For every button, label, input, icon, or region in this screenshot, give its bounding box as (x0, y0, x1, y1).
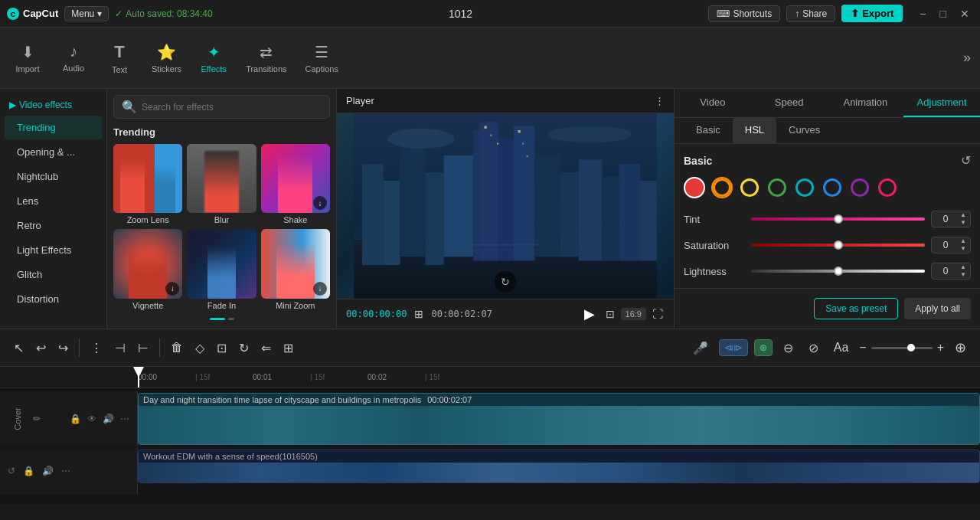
adj-tab-basic[interactable]: Basic (684, 118, 733, 143)
saturation-up-button[interactable]: ▲ (959, 237, 967, 245)
effect-shake[interactable]: ↓ Shake (261, 144, 330, 224)
fullscreen-preview-button[interactable]: ⊡ (604, 306, 616, 322)
split-button[interactable]: ⋮ (86, 336, 107, 360)
split-audio-button[interactable]: ⊖ (779, 336, 798, 360)
minimize-button[interactable]: − (915, 6, 930, 21)
tab-adjustment[interactable]: Adjustment (903, 89, 980, 117)
reset-basic-button[interactable]: ↺ (961, 153, 971, 168)
timeline-cursor[interactable] (138, 367, 139, 388)
tab-speed[interactable]: Speed (751, 89, 828, 117)
nav-item-light[interactable]: Light Effects (5, 238, 102, 262)
color-magenta[interactable] (877, 177, 898, 198)
lightness-value-input[interactable] (932, 266, 959, 276)
color-orange[interactable] (711, 177, 733, 198)
effect-mini-zoom[interactable]: ↓ Mini Zoom (261, 229, 330, 309)
play-button[interactable]: ▶ (580, 304, 599, 324)
fullscreen-button[interactable]: ⛶ (651, 306, 665, 322)
nav-item-nightclub[interactable]: Nightclub (5, 165, 102, 188)
tool-transitions[interactable]: ⇄ Transitions (238, 38, 294, 78)
audio-track-more-button[interactable]: ⋯ (60, 464, 72, 478)
rotate-video-button[interactable]: ↻ (495, 271, 516, 293)
link-clips-button[interactable]: ⧏⧐ (719, 339, 748, 356)
color-cyan[interactable] (794, 177, 815, 198)
color-green[interactable] (766, 177, 788, 198)
pagination-dot-1[interactable] (210, 318, 225, 320)
nav-item-distortion[interactable]: Distortion (5, 287, 102, 311)
track-lock-button[interactable]: 🔒 (68, 412, 83, 426)
timeline-grid-button[interactable]: ⊞ (413, 306, 425, 322)
rotate-button[interactable]: ↻ (234, 336, 253, 360)
video-track-content[interactable]: Day and night transition time lapse of c… (138, 391, 980, 446)
mic-button[interactable]: 🎤 (688, 336, 713, 360)
color-blue[interactable] (822, 177, 843, 198)
audio-track-loop-button[interactable]: ↺ (6, 464, 17, 478)
audio-track-volume-button[interactable]: 🔊 (41, 464, 55, 478)
color-red[interactable] (684, 177, 705, 198)
tool-import[interactable]: ⬇ Import (6, 38, 49, 78)
tool-effects[interactable]: ✦ Effects (192, 38, 235, 78)
adj-tab-hsl[interactable]: HSL (733, 118, 776, 143)
maximize-button[interactable]: □ (936, 6, 951, 21)
tint-thumb[interactable] (834, 214, 843, 224)
adj-tab-curves[interactable]: Curves (776, 118, 832, 143)
audio-track-lock-button[interactable]: 🔒 (21, 464, 36, 478)
search-bar[interactable]: 🔍 (113, 95, 330, 119)
share-button[interactable]: ↑ Share (786, 5, 835, 22)
export-button[interactable]: ⬆ Export (841, 5, 903, 22)
color-purple[interactable] (849, 177, 871, 198)
tab-video[interactable]: Video (675, 89, 751, 117)
saturation-value-input[interactable] (932, 240, 959, 250)
add-track-button[interactable]: ⊕ (950, 335, 971, 361)
track-volume-button[interactable]: 🔊 (101, 412, 116, 426)
lightness-thumb[interactable] (834, 267, 843, 276)
menu-button[interactable]: Menu ▾ (64, 6, 109, 21)
effect-fade-in[interactable]: Fade In (187, 229, 256, 309)
nav-item-lens[interactable]: Lens (5, 189, 102, 213)
freeze-button[interactable]: ⊡ (212, 336, 231, 360)
track-more-button[interactable]: ⋯ (119, 412, 131, 426)
tool-stickers[interactable]: ⭐ Stickers (144, 38, 189, 78)
search-input[interactable] (142, 102, 322, 113)
split-right-button[interactable]: ⊢ (133, 336, 153, 360)
nav-item-opening[interactable]: Opening & ... (5, 140, 102, 164)
shortcuts-button[interactable]: ⌨ Shortcuts (708, 5, 780, 22)
video-clip[interactable]: Day and night transition time lapse of c… (138, 393, 980, 445)
tint-slider[interactable] (751, 217, 925, 221)
tab-animation[interactable]: Animation (828, 89, 904, 117)
captions-timeline-button[interactable]: Aa (829, 336, 854, 359)
tool-text[interactable]: T Text (98, 38, 141, 79)
apply-all-button[interactable]: Apply to all (904, 298, 971, 319)
delete-button[interactable]: 🗑 (166, 336, 188, 359)
tool-audio[interactable]: ♪ Audio (52, 38, 95, 77)
video-effects-header[interactable]: ▶ Video effects (0, 95, 106, 115)
nav-item-retro[interactable]: Retro (5, 214, 102, 237)
zoom-out-button[interactable]: − (859, 341, 866, 355)
saturation-down-button[interactable]: ▼ (959, 245, 967, 253)
zoom-slider[interactable] (871, 347, 933, 349)
tint-up-button[interactable]: ▲ (959, 211, 967, 219)
tint-value-input[interactable] (932, 214, 959, 224)
effect-vignette[interactable]: ↓ Vignette (113, 229, 182, 309)
save-preset-button[interactable]: Save as preset (814, 298, 898, 319)
undo-button[interactable]: ↩ (31, 336, 51, 360)
track-eye-button[interactable]: 👁 (86, 412, 98, 426)
nav-item-glitch[interactable]: Glitch (5, 263, 102, 286)
split-left-button[interactable]: ⊣ (110, 336, 130, 360)
merge-button[interactable]: ⊕ (754, 339, 773, 356)
lightness-slider[interactable] (751, 270, 925, 273)
nav-item-trending[interactable]: Trending (5, 116, 102, 139)
split-video-button[interactable]: ⊘ (804, 336, 823, 360)
toolbar-more-button[interactable]: » (960, 47, 974, 69)
pagination-dot-2[interactable] (228, 318, 234, 320)
lightness-down-button[interactable]: ▼ (959, 271, 967, 279)
close-button[interactable]: ✕ (956, 6, 974, 21)
crop-button[interactable]: ⊞ (279, 336, 298, 360)
effect-zoom-lens[interactable]: Zoom Lens (113, 144, 182, 224)
audio-clip[interactable]: Workout EDM with a sense of speed(101650… (138, 450, 980, 483)
color-yellow[interactable] (739, 177, 760, 198)
saturation-slider[interactable] (751, 244, 925, 247)
player-menu-button[interactable]: ⋮ (655, 95, 665, 106)
redo-button[interactable]: ↪ (54, 336, 73, 360)
effect-blur[interactable]: Blur (187, 144, 256, 224)
zoom-in-button[interactable]: + (937, 341, 944, 355)
